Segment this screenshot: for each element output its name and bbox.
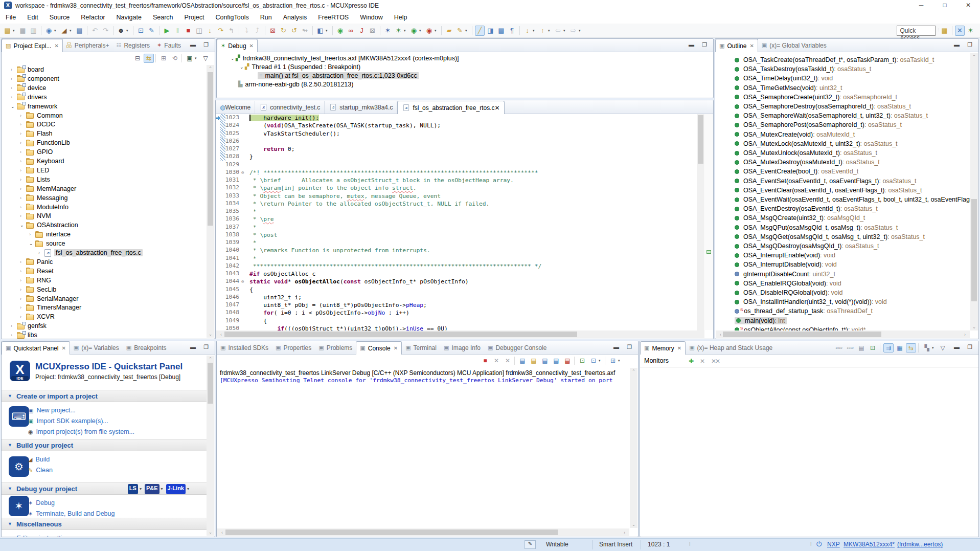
outline-item[interactable]: SosObjectAlloc(const osObjectInfo_t*) : …: [735, 325, 866, 330]
outline-item[interactable]: OSA_MutexUnlock(osaMutexId_t) : osaStatu…: [735, 148, 877, 158]
view-menu-icon[interactable]: ▽: [200, 54, 211, 63]
tree-expand-arrow[interactable]: ›: [20, 259, 25, 265]
outline-item[interactable]: OSA_TimeGetMsec(void) : uint32_t: [735, 83, 842, 93]
console-hscrollbar[interactable]: ‹ ›: [217, 528, 629, 536]
tree-item-panic[interactable]: ›Panic: [20, 257, 53, 267]
tree-expand-arrow[interactable]: ›: [20, 186, 25, 191]
editor-tab-welcome[interactable]: ◍Welcome: [216, 101, 255, 114]
debug-bug-blue-icon[interactable]: ✶: [383, 26, 393, 36]
tree-item-reset[interactable]: ›Reset: [20, 267, 54, 276]
quickstart-link-import-project-s-from-file-system-[interactable]: ◉Import project(s) from file system...: [28, 428, 134, 435]
console-tab-installed-sdks[interactable]: ▣Installed SDKs: [217, 341, 272, 354]
tree-expand-arrow[interactable]: ›: [29, 232, 34, 237]
pen-icon[interactable]: ✎: [455, 26, 465, 36]
step-return-icon[interactable]: ↰: [226, 26, 236, 36]
fold-marker[interactable]: ⊖: [241, 169, 247, 177]
tree-item-board[interactable]: ›board: [11, 65, 44, 74]
outline-item[interactable]: OSA_SemaphorePost(osaSemaphoreId_t) : os…: [735, 120, 902, 129]
tree-item-keyboard[interactable]: ›Keyboard: [20, 157, 64, 166]
outline-minmax-buttons[interactable]: ▬ ❐: [954, 41, 975, 48]
tree-item-interface[interactable]: ›interface: [29, 230, 71, 239]
tree-item-genfsk[interactable]: ›genfsk: [11, 321, 47, 330]
tree-item-drivers[interactable]: ›drivers: [11, 93, 47, 102]
tree-item-osabstraction[interactable]: ⌄OSAbstraction: [20, 221, 78, 230]
open-console-icon[interactable]: ⊞: [608, 356, 618, 365]
outline-item[interactable]: OSA_EnableIRQGlobal(void) : void: [735, 279, 841, 288]
tree-item-flash[interactable]: ›Flash: [20, 129, 53, 138]
outline-item[interactable]: OSA_EventSet(osaEventId_t, osaEventFlags…: [735, 177, 916, 186]
stop-x-icon[interactable]: ⊠: [368, 26, 377, 36]
tree-item-libs[interactable]: ›libs: [11, 330, 37, 339]
minimize-button[interactable]: ─: [909, 0, 933, 11]
tree-expand-arrow[interactable]: ›: [11, 333, 16, 338]
terminate-all-icon[interactable]: ⊠: [268, 26, 278, 36]
menu-freertos[interactable]: FreeRTOS: [312, 14, 354, 21]
menu-search[interactable]: Search: [147, 14, 179, 21]
outline-hscrollbar[interactable]: ‹ ›: [716, 330, 970, 338]
tree-expand-arrow[interactable]: ›: [20, 278, 25, 283]
console-tab-debugger-console[interactable]: ▣Debugger Console: [484, 341, 550, 354]
tree-expand-arrow[interactable]: ›: [20, 269, 25, 274]
tree-expand-arrow[interactable]: ›: [20, 140, 25, 145]
restart-icon[interactable]: ↻: [279, 26, 288, 36]
close-button[interactable]: ✕: [956, 0, 980, 11]
tree-expand-arrow[interactable]: ›: [20, 131, 25, 136]
tree-expand-arrow[interactable]: ›: [20, 113, 25, 118]
next-annotation-icon[interactable]: ↓: [522, 26, 532, 36]
relaunch-icon[interactable]: ↺: [289, 26, 299, 36]
outline-tab--x-global-variables[interactable]: ▣(x)= Global Variables: [758, 39, 830, 52]
collapse-all-icon[interactable]: ⊟: [132, 54, 143, 63]
pin-icon[interactable]: ⊡: [868, 343, 878, 352]
pin-console-icon[interactable]: ⊡: [577, 356, 587, 365]
tree-item-fsl-os-abstraction-free-rtos-c[interactable]: ›.cfsl_os_abstraction_free_rtos.c: [38, 248, 143, 257]
outline-item[interactable]: OSA_MsgQPut(osaMsgQId_t, osaMsg_t) : osa…: [735, 223, 898, 232]
cpp-perspective-icon[interactable]: ✕: [955, 26, 965, 36]
book-icon[interactable]: ◧: [315, 26, 325, 36]
import-icon[interactable]: 1010: [845, 343, 855, 352]
disconnect-icon[interactable]: ◫: [194, 26, 204, 36]
pilcrow-icon[interactable]: ¶: [507, 26, 517, 36]
quickstart-link-import-sdk-example-s-[interactable]: ▣Import SDK example(s)...: [28, 417, 108, 425]
debug-perspective-icon[interactable]: ✶: [966, 26, 975, 36]
tree-expand-arrow[interactable]: ›: [20, 149, 25, 155]
outline-item[interactable]: OSA_EventCreate(bool_t) : osaEventId_t: [735, 167, 858, 176]
outline-item[interactable]: main(void) : int: [735, 316, 787, 325]
show-when-stderr-icon[interactable]: ▤: [562, 356, 573, 365]
tree-item-framework[interactable]: ⌄framework: [11, 102, 57, 111]
tree-item-common[interactable]: ›Common: [20, 111, 63, 120]
tree-expand-arrow[interactable]: ⌄: [11, 104, 16, 109]
toggle-split-icon[interactable]: ⇉: [883, 343, 894, 352]
outline-item[interactable]: OSA_EventClear(osaEventId_t, osaEventFla…: [735, 186, 922, 195]
filter-x-icon[interactable]: ▣: [185, 54, 195, 63]
remove-monitor-icon[interactable]: ✕: [697, 357, 708, 366]
link-editor-icon[interactable]: ⇆: [144, 54, 154, 63]
outline-item[interactable]: OSA_DisableIRQGlobal(void) : void: [735, 288, 843, 297]
outline-item[interactable]: OSA_TimeDelay(uint32_t) : void: [735, 74, 833, 83]
outline-item[interactable]: OSA_EventDestroy(osaEventId_t) : osaStat…: [735, 204, 878, 213]
menu-configtools[interactable]: ConfigTools: [210, 14, 254, 21]
add-monitor-icon[interactable]: ✚: [686, 357, 696, 366]
outline-item[interactable]: OSA_MsgQGet(osaMsgQId_t, osaMsg_t, uint3…: [735, 232, 925, 241]
tree-item-timersmanager[interactable]: ›TimersManager: [20, 303, 81, 312]
sync-icon[interactable]: ⟲: [170, 54, 180, 63]
menu-refactor[interactable]: Refactor: [75, 14, 110, 21]
remove-launch-icon[interactable]: ✕: [491, 356, 502, 365]
outline-item[interactable]: OSA_InterruptDisable(void) : void: [735, 260, 837, 269]
tree-item-xcvr[interactable]: ›XCVR: [20, 312, 55, 321]
new-wizard-icon[interactable]: ▤: [3, 26, 12, 36]
link-chain-icon[interactable]: ∞: [346, 26, 356, 36]
debug-minmax-buttons[interactable]: ▬ ❐: [689, 41, 710, 48]
memory-tab--x-heap-and-stack-usage[interactable]: ▣(x)= Heap and Stack Usage: [686, 341, 776, 354]
terminate-icon[interactable]: ■: [184, 26, 193, 36]
quickstart-tab--x-variables[interactable]: ▣(x)= Variables: [70, 341, 123, 354]
profile-icon[interactable]: ◉: [424, 26, 434, 36]
remote-console-icon[interactable]: ⊡: [136, 26, 146, 36]
console-minmax-buttons[interactable]: ▬ ❐: [613, 344, 635, 350]
outline-item[interactable]: gInterruptDisableCount : uint32_t: [735, 270, 835, 279]
quickstart-tab-breakpoints[interactable]: ▣Breakpoints: [123, 341, 170, 354]
view-menu-icon[interactable]: ▽: [938, 343, 948, 352]
quickstart-tab-quickstart-panel[interactable]: ▣Quickstart Panel✕: [2, 341, 70, 355]
tree-item-messaging[interactable]: ›Messaging: [20, 193, 67, 203]
tree-expand-arrow[interactable]: ›: [20, 177, 25, 182]
prev-annotation-icon[interactable]: ↑: [538, 26, 548, 36]
